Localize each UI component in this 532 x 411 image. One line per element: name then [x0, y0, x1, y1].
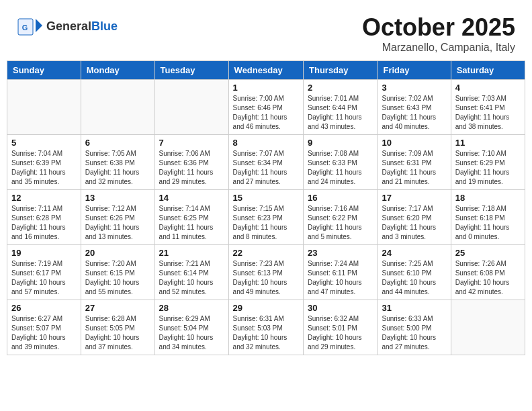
- day-number: 15: [233, 193, 299, 203]
- logo-icon: G: [17, 13, 44, 40]
- day-info: Sunrise: 7:21 AM Sunset: 6:14 PM Dayligh…: [159, 259, 224, 297]
- calendar-cell: 27Sunrise: 6:28 AM Sunset: 5:05 PM Dayli…: [81, 300, 154, 355]
- calendar-header-thursday: Thursday: [304, 61, 378, 80]
- logo-blue: Blue: [91, 19, 118, 33]
- calendar-cell: 26Sunrise: 6:27 AM Sunset: 5:07 PM Dayli…: [7, 300, 81, 355]
- day-number: 10: [382, 138, 446, 148]
- day-number: 11: [455, 138, 521, 148]
- day-info: Sunrise: 7:05 AM Sunset: 6:38 PM Dayligh…: [85, 149, 150, 187]
- calendar-week-row: 12Sunrise: 7:11 AM Sunset: 6:28 PM Dayli…: [7, 190, 525, 245]
- day-info: Sunrise: 7:03 AM Sunset: 6:41 PM Dayligh…: [455, 94, 521, 132]
- day-info: Sunrise: 7:16 AM Sunset: 6:22 PM Dayligh…: [308, 204, 373, 242]
- calendar-cell: [81, 80, 154, 135]
- calendar-cell: 31Sunrise: 6:33 AM Sunset: 5:00 PM Dayli…: [378, 300, 451, 355]
- calendar-week-row: 5Sunrise: 7:04 AM Sunset: 6:39 PM Daylig…: [7, 135, 525, 190]
- day-info: Sunrise: 6:32 AM Sunset: 5:01 PM Dayligh…: [308, 314, 373, 352]
- calendar-cell: 2Sunrise: 7:01 AM Sunset: 6:44 PM Daylig…: [304, 80, 378, 135]
- calendar-cell: 19Sunrise: 7:19 AM Sunset: 6:17 PM Dayli…: [7, 245, 81, 300]
- page-header: G GeneralBlue October 2025 Marzanello, C…: [7, 7, 525, 57]
- day-number: 23: [308, 248, 373, 258]
- calendar-header-friday: Friday: [378, 61, 451, 80]
- day-number: 21: [159, 248, 224, 258]
- calendar-table: SundayMondayTuesdayWednesdayThursdayFrid…: [7, 60, 525, 355]
- svg-text:G: G: [22, 24, 28, 32]
- calendar-cell: 25Sunrise: 7:26 AM Sunset: 6:08 PM Dayli…: [451, 245, 525, 300]
- day-number: 29: [233, 303, 299, 313]
- day-number: 27: [85, 303, 150, 313]
- calendar-header-wednesday: Wednesday: [228, 61, 303, 80]
- day-number: 18: [455, 193, 521, 203]
- calendar-cell: 22Sunrise: 7:23 AM Sunset: 6:13 PM Dayli…: [228, 245, 303, 300]
- day-number: 17: [382, 193, 446, 203]
- day-number: 19: [11, 248, 77, 258]
- day-number: 30: [308, 303, 373, 313]
- day-number: 16: [308, 193, 373, 203]
- calendar-cell: [451, 300, 525, 355]
- calendar-cell: 4Sunrise: 7:03 AM Sunset: 6:41 PM Daylig…: [451, 80, 525, 135]
- day-info: Sunrise: 7:10 AM Sunset: 6:29 PM Dayligh…: [455, 149, 521, 187]
- calendar-cell: 29Sunrise: 6:31 AM Sunset: 5:03 PM Dayli…: [228, 300, 303, 355]
- day-number: 28: [159, 303, 224, 313]
- day-number: 24: [382, 248, 446, 258]
- calendar-cell: [7, 80, 81, 135]
- day-info: Sunrise: 7:02 AM Sunset: 6:43 PM Dayligh…: [382, 94, 446, 132]
- calendar-cell: 9Sunrise: 7:08 AM Sunset: 6:33 PM Daylig…: [304, 135, 378, 190]
- day-info: Sunrise: 7:06 AM Sunset: 6:36 PM Dayligh…: [159, 149, 224, 187]
- day-number: 7: [159, 138, 224, 148]
- day-info: Sunrise: 7:00 AM Sunset: 6:46 PM Dayligh…: [233, 94, 299, 132]
- calendar-cell: 23Sunrise: 7:24 AM Sunset: 6:11 PM Dayli…: [304, 245, 378, 300]
- day-info: Sunrise: 7:18 AM Sunset: 6:18 PM Dayligh…: [455, 204, 521, 242]
- day-number: 3: [382, 83, 446, 93]
- calendar-cell: 24Sunrise: 7:25 AM Sunset: 6:10 PM Dayli…: [378, 245, 451, 300]
- calendar-cell: 16Sunrise: 7:16 AM Sunset: 6:22 PM Dayli…: [304, 190, 378, 245]
- calendar-week-row: 1Sunrise: 7:00 AM Sunset: 6:46 PM Daylig…: [7, 80, 525, 135]
- calendar-cell: 21Sunrise: 7:21 AM Sunset: 6:14 PM Dayli…: [154, 245, 228, 300]
- day-number: 31: [382, 303, 446, 313]
- day-info: Sunrise: 7:07 AM Sunset: 6:34 PM Dayligh…: [233, 149, 299, 187]
- day-number: 1: [233, 83, 299, 93]
- day-info: Sunrise: 7:26 AM Sunset: 6:08 PM Dayligh…: [455, 259, 521, 297]
- calendar-week-row: 26Sunrise: 6:27 AM Sunset: 5:07 PM Dayli…: [7, 300, 525, 355]
- month-title: October 2025: [362, 13, 515, 42]
- day-number: 6: [85, 138, 150, 148]
- day-number: 20: [85, 248, 150, 258]
- calendar-cell: 15Sunrise: 7:15 AM Sunset: 6:23 PM Dayli…: [228, 190, 303, 245]
- calendar-cell: 10Sunrise: 7:09 AM Sunset: 6:31 PM Dayli…: [378, 135, 451, 190]
- calendar-cell: 5Sunrise: 7:04 AM Sunset: 6:39 PM Daylig…: [7, 135, 81, 190]
- calendar-cell: 1Sunrise: 7:00 AM Sunset: 6:46 PM Daylig…: [228, 80, 303, 135]
- day-number: 2: [308, 83, 373, 93]
- day-info: Sunrise: 6:31 AM Sunset: 5:03 PM Dayligh…: [233, 314, 299, 352]
- day-info: Sunrise: 7:08 AM Sunset: 6:33 PM Dayligh…: [308, 149, 373, 187]
- calendar-cell: 12Sunrise: 7:11 AM Sunset: 6:28 PM Dayli…: [7, 190, 81, 245]
- calendar-cell: 11Sunrise: 7:10 AM Sunset: 6:29 PM Dayli…: [451, 135, 525, 190]
- day-info: Sunrise: 7:23 AM Sunset: 6:13 PM Dayligh…: [233, 259, 299, 297]
- calendar-week-row: 19Sunrise: 7:19 AM Sunset: 6:17 PM Dayli…: [7, 245, 525, 300]
- calendar-header-sunday: Sunday: [7, 61, 81, 80]
- day-number: 25: [455, 248, 521, 258]
- day-number: 9: [308, 138, 373, 148]
- day-info: Sunrise: 7:09 AM Sunset: 6:31 PM Dayligh…: [382, 149, 446, 187]
- day-info: Sunrise: 6:29 AM Sunset: 5:04 PM Dayligh…: [159, 314, 224, 352]
- day-info: Sunrise: 7:04 AM Sunset: 6:39 PM Dayligh…: [11, 149, 77, 187]
- day-info: Sunrise: 7:20 AM Sunset: 6:15 PM Dayligh…: [85, 259, 150, 297]
- day-info: Sunrise: 7:11 AM Sunset: 6:28 PM Dayligh…: [11, 204, 77, 242]
- day-info: Sunrise: 7:14 AM Sunset: 6:25 PM Dayligh…: [159, 204, 224, 242]
- day-number: 4: [455, 83, 521, 93]
- location-title: Marzanello, Campania, Italy: [362, 42, 515, 54]
- calendar-cell: 7Sunrise: 7:06 AM Sunset: 6:36 PM Daylig…: [154, 135, 228, 190]
- calendar-cell: 13Sunrise: 7:12 AM Sunset: 6:26 PM Dayli…: [81, 190, 154, 245]
- day-number: 12: [11, 193, 77, 203]
- day-number: 14: [159, 193, 224, 203]
- calendar-cell: 30Sunrise: 6:32 AM Sunset: 5:01 PM Dayli…: [304, 300, 378, 355]
- calendar-cell: 3Sunrise: 7:02 AM Sunset: 6:43 PM Daylig…: [378, 80, 451, 135]
- day-info: Sunrise: 7:01 AM Sunset: 6:44 PM Dayligh…: [308, 94, 373, 132]
- calendar-cell: 17Sunrise: 7:17 AM Sunset: 6:20 PM Dayli…: [378, 190, 451, 245]
- day-info: Sunrise: 6:28 AM Sunset: 5:05 PM Dayligh…: [85, 314, 150, 352]
- day-number: 22: [233, 248, 299, 258]
- day-info: Sunrise: 6:27 AM Sunset: 5:07 PM Dayligh…: [11, 314, 77, 352]
- day-info: Sunrise: 7:12 AM Sunset: 6:26 PM Dayligh…: [85, 204, 150, 242]
- logo-general: General: [46, 19, 91, 33]
- day-info: Sunrise: 7:15 AM Sunset: 6:23 PM Dayligh…: [233, 204, 299, 242]
- day-number: 5: [11, 138, 77, 148]
- day-number: 8: [233, 138, 299, 148]
